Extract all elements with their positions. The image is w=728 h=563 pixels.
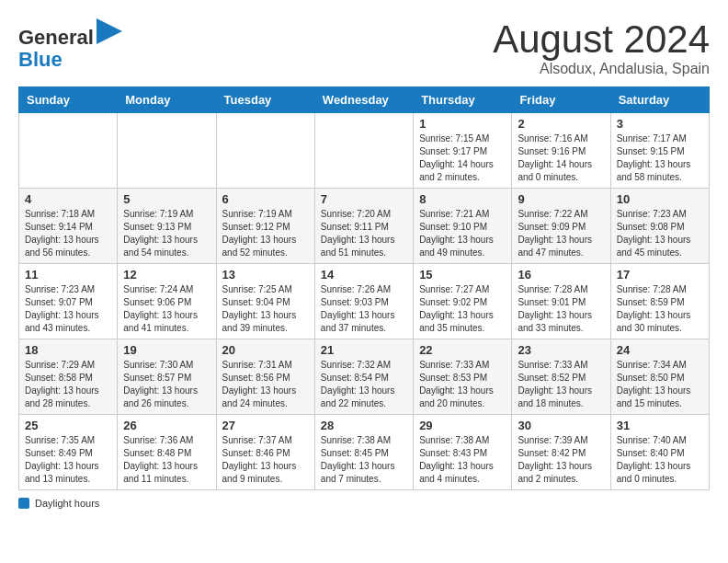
day-info: Sunrise: 7:36 AM Sunset: 8:48 PM Dayligh… bbox=[123, 434, 210, 486]
day-number: 27 bbox=[222, 419, 309, 432]
logo-text: General Blue bbox=[18, 18, 122, 71]
calendar-cell: 1Sunrise: 7:15 AM Sunset: 9:17 PM Daylig… bbox=[414, 113, 512, 189]
footer: Daylight hours bbox=[18, 498, 710, 509]
day-info: Sunrise: 7:19 AM Sunset: 9:13 PM Dayligh… bbox=[123, 208, 210, 259]
day-info: Sunrise: 7:38 AM Sunset: 8:43 PM Dayligh… bbox=[419, 434, 506, 486]
footer-label: Daylight hours bbox=[35, 498, 99, 509]
day-number: 23 bbox=[518, 343, 604, 357]
calendar-cell: 22Sunrise: 7:33 AM Sunset: 8:53 PM Dayli… bbox=[414, 339, 512, 415]
logo-icon bbox=[97, 18, 122, 44]
calendar-header-friday: Friday bbox=[512, 87, 610, 113]
footer-dot bbox=[18, 498, 29, 509]
day-info: Sunrise: 7:26 AM Sunset: 9:03 PM Dayligh… bbox=[321, 283, 407, 335]
calendar-cell: 31Sunrise: 7:40 AM Sunset: 8:40 PM Dayli… bbox=[610, 415, 709, 490]
calendar-cell: 9Sunrise: 7:22 AM Sunset: 9:09 PM Daylig… bbox=[512, 189, 610, 264]
day-number: 28 bbox=[321, 419, 407, 432]
calendar-cell: 16Sunrise: 7:28 AM Sunset: 9:01 PM Dayli… bbox=[512, 264, 610, 339]
calendar-subtitle: Alsodux, Andalusia, Spain bbox=[493, 61, 710, 77]
calendar-cell: 28Sunrise: 7:38 AM Sunset: 8:45 PM Dayli… bbox=[314, 415, 413, 490]
day-info: Sunrise: 7:40 AM Sunset: 8:40 PM Dayligh… bbox=[617, 434, 703, 486]
calendar-cell: 18Sunrise: 7:29 AM Sunset: 8:58 PM Dayli… bbox=[19, 339, 118, 415]
calendar-cell bbox=[118, 113, 216, 189]
day-number: 1 bbox=[419, 117, 506, 131]
calendar-cell: 7Sunrise: 7:20 AM Sunset: 9:11 PM Daylig… bbox=[314, 189, 413, 264]
day-number: 5 bbox=[123, 192, 210, 206]
day-info: Sunrise: 7:27 AM Sunset: 9:02 PM Dayligh… bbox=[419, 283, 506, 335]
day-info: Sunrise: 7:25 AM Sunset: 9:04 PM Dayligh… bbox=[222, 283, 309, 335]
svg-marker-0 bbox=[97, 18, 122, 44]
day-number: 4 bbox=[25, 192, 111, 206]
day-number: 11 bbox=[25, 268, 111, 282]
calendar-cell: 15Sunrise: 7:27 AM Sunset: 9:02 PM Dayli… bbox=[414, 264, 512, 339]
day-info: Sunrise: 7:18 AM Sunset: 9:14 PM Dayligh… bbox=[25, 208, 111, 259]
day-number: 30 bbox=[518, 419, 604, 432]
day-info: Sunrise: 7:15 AM Sunset: 9:17 PM Dayligh… bbox=[419, 132, 506, 184]
day-number: 2 bbox=[518, 117, 604, 131]
day-info: Sunrise: 7:30 AM Sunset: 8:57 PM Dayligh… bbox=[123, 359, 210, 410]
calendar-cell: 26Sunrise: 7:36 AM Sunset: 8:48 PM Dayli… bbox=[118, 415, 216, 490]
day-number: 8 bbox=[419, 192, 506, 206]
calendar-week-row: 4Sunrise: 7:18 AM Sunset: 9:14 PM Daylig… bbox=[19, 189, 710, 264]
calendar-week-row: 11Sunrise: 7:23 AM Sunset: 9:07 PM Dayli… bbox=[19, 264, 710, 339]
day-number: 9 bbox=[518, 192, 604, 206]
day-number: 19 bbox=[123, 343, 210, 357]
day-info: Sunrise: 7:38 AM Sunset: 8:45 PM Dayligh… bbox=[321, 434, 407, 486]
day-number: 25 bbox=[25, 419, 111, 432]
calendar-cell: 3Sunrise: 7:17 AM Sunset: 9:15 PM Daylig… bbox=[610, 113, 709, 189]
calendar-cell: 12Sunrise: 7:24 AM Sunset: 9:06 PM Dayli… bbox=[118, 264, 216, 339]
day-number: 20 bbox=[222, 343, 309, 357]
day-number: 15 bbox=[419, 268, 506, 282]
day-info: Sunrise: 7:34 AM Sunset: 8:50 PM Dayligh… bbox=[617, 359, 703, 410]
calendar-cell bbox=[19, 113, 118, 189]
day-number: 14 bbox=[321, 268, 407, 282]
day-number: 12 bbox=[123, 268, 210, 282]
calendar-cell: 14Sunrise: 7:26 AM Sunset: 9:03 PM Dayli… bbox=[314, 264, 413, 339]
day-number: 24 bbox=[617, 343, 703, 357]
calendar-week-row: 25Sunrise: 7:35 AM Sunset: 8:49 PM Dayli… bbox=[19, 415, 710, 490]
day-info: Sunrise: 7:16 AM Sunset: 9:16 PM Dayligh… bbox=[518, 132, 604, 184]
calendar-cell: 30Sunrise: 7:39 AM Sunset: 8:42 PM Dayli… bbox=[512, 415, 610, 490]
calendar-cell: 24Sunrise: 7:34 AM Sunset: 8:50 PM Dayli… bbox=[610, 339, 709, 415]
day-info: Sunrise: 7:28 AM Sunset: 8:59 PM Dayligh… bbox=[617, 283, 703, 335]
day-info: Sunrise: 7:31 AM Sunset: 8:56 PM Dayligh… bbox=[222, 359, 309, 410]
calendar-cell: 2Sunrise: 7:16 AM Sunset: 9:16 PM Daylig… bbox=[512, 113, 610, 189]
logo-general: General bbox=[18, 26, 94, 49]
day-info: Sunrise: 7:23 AM Sunset: 9:08 PM Dayligh… bbox=[617, 208, 703, 259]
page-header: General Blue August 2024 Alsodux, Andalu… bbox=[18, 18, 710, 77]
calendar-cell: 23Sunrise: 7:33 AM Sunset: 8:52 PM Dayli… bbox=[512, 339, 610, 415]
day-number: 7 bbox=[321, 192, 407, 206]
calendar-week-row: 18Sunrise: 7:29 AM Sunset: 8:58 PM Dayli… bbox=[19, 339, 710, 415]
calendar-cell: 4Sunrise: 7:18 AM Sunset: 9:14 PM Daylig… bbox=[19, 189, 118, 264]
calendar-cell: 21Sunrise: 7:32 AM Sunset: 8:54 PM Dayli… bbox=[314, 339, 413, 415]
calendar-cell: 10Sunrise: 7:23 AM Sunset: 9:08 PM Dayli… bbox=[610, 189, 709, 264]
day-info: Sunrise: 7:21 AM Sunset: 9:10 PM Dayligh… bbox=[419, 208, 506, 259]
day-info: Sunrise: 7:39 AM Sunset: 8:42 PM Dayligh… bbox=[518, 434, 604, 486]
calendar-table: SundayMondayTuesdayWednesdayThursdayFrid… bbox=[18, 86, 710, 490]
title-block: August 2024 Alsodux, Andalusia, Spain bbox=[493, 18, 710, 77]
day-info: Sunrise: 7:37 AM Sunset: 8:46 PM Dayligh… bbox=[222, 434, 309, 486]
calendar-header-saturday: Saturday bbox=[610, 87, 709, 113]
calendar-header-sunday: Sunday bbox=[19, 87, 118, 113]
day-info: Sunrise: 7:23 AM Sunset: 9:07 PM Dayligh… bbox=[25, 283, 111, 335]
day-number: 3 bbox=[617, 117, 703, 131]
calendar-cell bbox=[314, 113, 413, 189]
calendar-cell: 8Sunrise: 7:21 AM Sunset: 9:10 PM Daylig… bbox=[414, 189, 512, 264]
day-number: 10 bbox=[617, 192, 703, 206]
day-number: 17 bbox=[617, 268, 703, 282]
day-info: Sunrise: 7:24 AM Sunset: 9:06 PM Dayligh… bbox=[123, 283, 210, 335]
day-info: Sunrise: 7:35 AM Sunset: 8:49 PM Dayligh… bbox=[25, 434, 111, 486]
day-number: 18 bbox=[25, 343, 111, 357]
calendar-cell: 5Sunrise: 7:19 AM Sunset: 9:13 PM Daylig… bbox=[118, 189, 216, 264]
calendar-header-row: SundayMondayTuesdayWednesdayThursdayFrid… bbox=[19, 87, 710, 113]
calendar-header-tuesday: Tuesday bbox=[216, 87, 314, 113]
day-number: 16 bbox=[518, 268, 604, 282]
day-number: 26 bbox=[123, 419, 210, 432]
calendar-cell: 11Sunrise: 7:23 AM Sunset: 9:07 PM Dayli… bbox=[19, 264, 118, 339]
calendar-cell: 19Sunrise: 7:30 AM Sunset: 8:57 PM Dayli… bbox=[118, 339, 216, 415]
day-info: Sunrise: 7:28 AM Sunset: 9:01 PM Dayligh… bbox=[518, 283, 604, 335]
calendar-cell: 27Sunrise: 7:37 AM Sunset: 8:46 PM Dayli… bbox=[216, 415, 314, 490]
day-info: Sunrise: 7:17 AM Sunset: 9:15 PM Dayligh… bbox=[617, 132, 703, 184]
day-info: Sunrise: 7:33 AM Sunset: 8:53 PM Dayligh… bbox=[419, 359, 506, 410]
day-info: Sunrise: 7:32 AM Sunset: 8:54 PM Dayligh… bbox=[321, 359, 407, 410]
day-number: 29 bbox=[419, 419, 506, 432]
